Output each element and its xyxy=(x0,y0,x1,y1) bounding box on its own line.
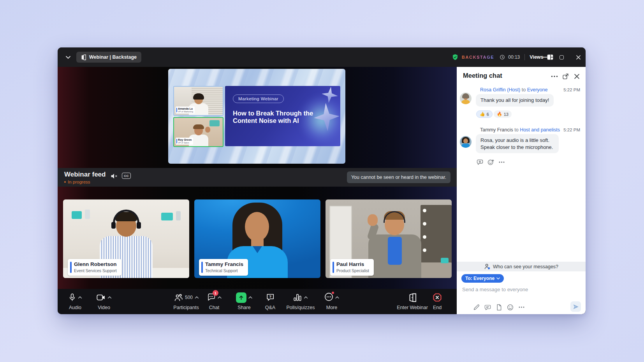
fire-emoji: 🔥 xyxy=(497,112,502,117)
scene-prop xyxy=(161,213,173,220)
tab-label: Webinar | Backstage xyxy=(89,54,137,60)
chat-button[interactable]: 1 Chat xyxy=(207,292,222,310)
message-author[interactable]: Rosa Griffin (Host) xyxy=(480,87,520,93)
maximize-icon xyxy=(560,55,564,59)
chat-close-button[interactable] xyxy=(572,72,581,80)
ellipsis-icon xyxy=(551,75,558,77)
send-to-label: To: Everyone xyxy=(465,276,494,281)
speaker-muted-button[interactable] xyxy=(110,172,118,180)
thumbs-up-emoji: 👍 xyxy=(480,112,485,117)
chevron-up-icon[interactable] xyxy=(248,296,252,299)
scene-prop xyxy=(441,258,449,263)
window-menu-chevron-button[interactable] xyxy=(63,52,73,62)
composer-more-button[interactable] xyxy=(517,303,525,311)
speaker-tile-roy: Roy Green VP of Sales xyxy=(173,117,223,147)
avatar-rosa xyxy=(460,93,472,104)
share-button[interactable]: Share xyxy=(236,292,252,310)
qa-button[interactable]: ? Q&A xyxy=(265,292,275,310)
chat-unread-badge: 1 xyxy=(213,290,218,296)
polls-button[interactable]: Polls/quizzes xyxy=(287,292,315,310)
reaction-thumbs-up[interactable]: 👍 6 xyxy=(476,110,493,118)
scene-prop xyxy=(205,127,210,133)
chevron-up-icon[interactable] xyxy=(218,296,222,299)
polls-bar-chart-icon xyxy=(293,293,302,302)
participant-name-chip: Glenn Robertson Event Services Support xyxy=(68,259,121,276)
more-button[interactable]: More xyxy=(324,292,339,310)
minimize-button[interactable] xyxy=(540,52,550,62)
enter-webinar-button[interactable]: Enter Webinar xyxy=(397,292,428,310)
format-text-button[interactable] xyxy=(472,303,480,311)
quote-icon xyxy=(484,304,491,310)
share-icon xyxy=(236,292,246,303)
captions-button[interactable]: CC xyxy=(122,173,131,179)
avatar-body xyxy=(461,143,470,148)
message-actions xyxy=(476,159,505,166)
message-audience[interactable]: Everyone xyxy=(527,87,548,93)
file-icon xyxy=(496,304,502,311)
tab-webinar-backstage[interactable]: Webinar | Backstage xyxy=(76,52,141,63)
speaker-role: VP of Sales xyxy=(178,142,192,144)
open-in-new-window-icon xyxy=(562,73,569,80)
participants-button[interactable]: 500 Participants xyxy=(173,292,199,310)
speaker-tile-amanda: Amanda Lu VP of Marketing xyxy=(173,86,223,116)
presentation-slide: Marketing Webinar How to Break Through t… xyxy=(225,86,340,146)
webinar-window: Webinar | Backstage BACKSTAGE 00:13 View… xyxy=(58,47,586,314)
scene-prop xyxy=(85,210,90,219)
chevron-up-icon[interactable] xyxy=(304,296,308,299)
add-reaction-button[interactable] xyxy=(487,159,494,166)
chat-message-input[interactable]: Send a message to everyone xyxy=(462,287,571,292)
participant-name: Paul Harris xyxy=(336,261,369,268)
meeting-toolbar: Audio Video xyxy=(58,289,457,314)
message-audience[interactable]: Host and panelists xyxy=(520,127,560,133)
participant-role: Event Services Support xyxy=(74,268,117,273)
chevron-up-icon[interactable] xyxy=(195,296,199,299)
send-message-button[interactable] xyxy=(570,301,581,312)
backstage-badge: BACKSTAGE xyxy=(462,55,494,59)
captions-icon: CC xyxy=(124,174,129,178)
scene-prop xyxy=(423,222,426,226)
audio-button[interactable]: Audio xyxy=(69,292,82,310)
maximize-button[interactable] xyxy=(556,52,567,62)
participant-name-chip: Paul Harris Product Specialist xyxy=(330,259,374,276)
avatar-hair xyxy=(462,93,469,98)
slide-title: How to Break Through the Content Noise w… xyxy=(233,110,315,125)
attach-file-button[interactable] xyxy=(495,303,503,311)
ellipsis-icon xyxy=(519,306,524,308)
chevron-up-icon[interactable] xyxy=(335,296,339,299)
video-tile-glenn: Glenn Robertson Event Services Support xyxy=(63,199,189,278)
scene-prop xyxy=(245,212,269,241)
avatar-face xyxy=(463,138,468,143)
message-author[interactable]: Tammy Francis xyxy=(480,127,513,133)
chat-more-options-button[interactable] xyxy=(550,72,559,80)
chevron-up-icon[interactable] xyxy=(78,296,82,299)
webinar-visibility-notice: You cannot be seen or heard in the webin… xyxy=(347,171,450,183)
privacy-banner[interactable]: Who can see your messages? xyxy=(457,262,586,271)
scene-prop xyxy=(423,248,426,252)
close-window-button[interactable] xyxy=(573,52,583,62)
feed-title: Webinar feed xyxy=(64,171,106,178)
chat-popout-button[interactable] xyxy=(561,72,570,80)
chat-label: Chat xyxy=(209,305,219,310)
quote-reply-icon xyxy=(477,159,483,165)
enter-webinar-door-icon xyxy=(408,293,416,302)
scene-prop xyxy=(209,120,220,126)
chat-title: Meeting chat xyxy=(463,72,502,79)
close-icon xyxy=(576,55,581,60)
quote-reply-button[interactable] xyxy=(476,159,483,166)
ellipsis-icon xyxy=(499,161,505,163)
send-to-selector[interactable]: To: Everyone xyxy=(461,274,504,283)
reaction-fire[interactable]: 🔥 13 xyxy=(494,110,512,118)
quote-button[interactable] xyxy=(484,303,491,311)
end-button[interactable]: End xyxy=(433,292,442,310)
video-button[interactable]: Video xyxy=(97,292,112,310)
message-more-button[interactable] xyxy=(498,159,505,166)
webinar-feed-preview: Amanda Lu VP of Marketing Roy Green VP xyxy=(168,69,345,164)
reaction-count: 6 xyxy=(487,112,489,117)
video-tile-tammy: Tammy Francis Technical Support xyxy=(194,199,320,278)
headphones-prop xyxy=(111,222,116,229)
emoji-button[interactable] xyxy=(506,303,514,311)
send-icon xyxy=(573,304,579,310)
minimize-icon xyxy=(543,57,547,58)
waving-hand-prop xyxy=(368,214,378,226)
chevron-up-icon[interactable] xyxy=(108,296,112,299)
